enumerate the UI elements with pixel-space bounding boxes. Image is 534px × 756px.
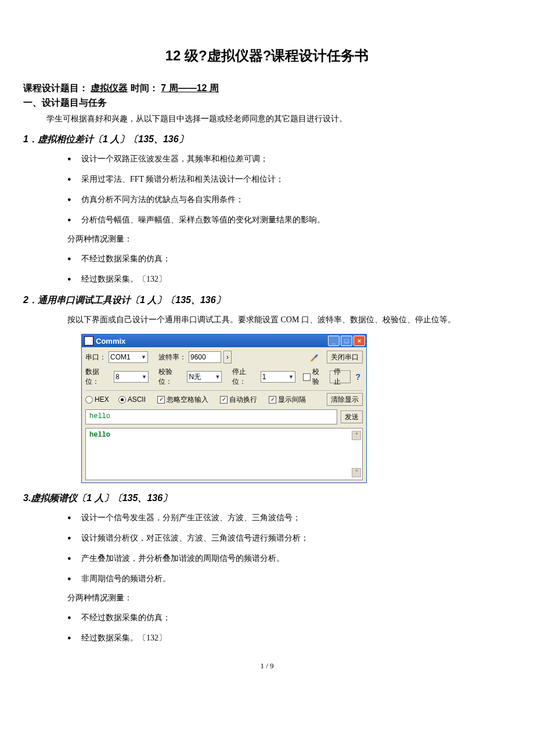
list-item: 设计一个双路正弦波发生器，其频率和相位差可调； [81, 153, 511, 165]
maximize-button[interactable]: □ [341, 336, 352, 346]
topic3-subtext: 分两种情况测量： [67, 593, 511, 603]
hex-label: HEX [95, 395, 109, 404]
databits-select[interactable]: 8 [114, 371, 149, 383]
list-item: 经过数据采集。〔132〕 [81, 632, 511, 644]
baud-label: 波特率： [158, 352, 186, 362]
ignore-space-checkbox[interactable]: ✓忽略空格输入 [157, 395, 208, 405]
list-item: 设计一个信号发生器，分别产生正弦波、方波、三角波信号； [81, 512, 511, 524]
list-item: 不经过数据采集的仿真； [81, 253, 511, 265]
help-icon[interactable]: ? [353, 372, 363, 381]
app-icon [84, 336, 93, 345]
baud-next-button[interactable]: › [223, 351, 232, 363]
topic3-bullets: 设计一个信号发生器，分别产生正弦波、方波、三角波信号； 设计频谱分析仪，对正弦波… [81, 512, 511, 585]
auto-wrap-label: 自动换行 [229, 395, 257, 405]
document-title: 12 级?虚拟仪器?课程设计任务书 [23, 46, 511, 65]
list-item: 设计频谱分析仪，对正弦波、方波、三角波信号进行频谱分析； [81, 532, 511, 544]
baud-input[interactable]: 9600 [189, 351, 221, 363]
ignore-space-label: 忽略空格输入 [167, 395, 208, 405]
list-item: 采用过零法、FFT 频谱分析法和相关法设计一个相位计； [81, 173, 511, 185]
port-select[interactable]: COM1 [109, 351, 148, 363]
meta-line: 课程设计题目： 虚拟仪器 时间： 7 周——12 周 [23, 82, 511, 95]
topic3-bullets2: 不经过数据采集的仿真； 经过数据采集。〔132〕 [81, 611, 511, 644]
document-page: 12 级?虚拟仪器?课程设计任务书 课程设计题目： 虚拟仪器 时间： 7 周——… [0, 0, 534, 694]
meta-time-label: 时间： [131, 83, 158, 93]
auto-wrap-checkbox[interactable]: ✓自动换行 [220, 395, 257, 405]
parity-select[interactable]: N无 [187, 371, 222, 383]
send-input[interactable]: hello [85, 409, 337, 424]
scroll-down-icon[interactable]: ˅ [352, 468, 361, 477]
window-title: Commix [96, 337, 125, 345]
list-item: 分析信号幅值、噪声幅值、采样点数等值的变化对测量结果的影响。 [81, 214, 511, 226]
port-label: 串口： [85, 352, 106, 362]
show-gap-checkbox[interactable]: ✓显示间隔 [269, 395, 306, 405]
topic1-heading: 1．虚拟相位差计〔1 人〕〔135、136〕 [23, 134, 511, 146]
send-button[interactable]: 发送 [341, 411, 363, 423]
hex-radio[interactable]: HEX [85, 395, 109, 404]
list-item: 不经过数据采集的仿真； [81, 611, 511, 624]
brush-icon[interactable] [309, 352, 319, 362]
topic1-subtext: 分两种情况测量： [67, 234, 511, 244]
titlebar[interactable]: Commix _ □ × [82, 334, 366, 347]
clear-button[interactable]: 清除显示 [327, 393, 363, 406]
output-textarea[interactable]: hello ˄ ˅ [85, 428, 363, 480]
list-item: 产生叠加谐波，并分析叠加谐波的周期信号的频谱分析。 [81, 552, 511, 564]
intro-text: 学生可根据喜好和兴趣，从以下题目中选择一题或经老师同意的其它题目进行设计。 [46, 114, 511, 124]
stopbits-select[interactable]: 1 [261, 371, 295, 383]
embedded-screenshot: Commix _ □ × 串口： COM1 波特率： 9600 › [81, 334, 511, 483]
list-item: 非周期信号的频谱分析。 [81, 573, 511, 585]
meta-topic-value: 虚拟仪器 [91, 83, 128, 93]
stopbits-label: 停止位： [232, 367, 258, 387]
separator [85, 390, 363, 391]
section-heading: 一、设计题目与任务 [23, 97, 511, 109]
ascii-radio[interactable]: ASCII [118, 395, 146, 404]
parity-label: 校验位： [158, 367, 185, 387]
close-button[interactable]: × [353, 336, 365, 346]
databits-label: 数据位： [85, 367, 111, 387]
check-checkbox[interactable]: 校验 [303, 367, 325, 387]
meta-time-value: 7 周——12 周 [161, 83, 219, 93]
commix-window: Commix _ □ × 串口： COM1 波特率： 9600 › [81, 334, 367, 483]
show-gap-label: 显示间隔 [278, 395, 306, 405]
list-item: 经过数据采集。〔132〕 [81, 273, 511, 285]
page-footer: 1 / 9 [23, 661, 511, 671]
scroll-up-icon[interactable]: ˄ [352, 431, 361, 440]
topic1-bullets2: 不经过数据采集的仿真； 经过数据采集。〔132〕 [81, 253, 511, 285]
topic1-bullets: 设计一个双路正弦波发生器，其频率和相位差可调； 采用过零法、FFT 频谱分析法和… [81, 153, 511, 226]
minimize-button[interactable]: _ [328, 336, 340, 346]
topic2-heading: 2．通用串口调试工具设计〔1 人〕〔135、136〕 [23, 294, 511, 307]
list-item: 仿真分析不同方法的优缺点与各自实用条件； [81, 193, 511, 206]
close-port-button[interactable]: 关闭串口 [327, 351, 363, 363]
topic2-desc: 按以下界面或自己设计一个通用串口调试工具。要求能设置 COM 口、波特率、数据位… [67, 314, 511, 326]
output-text: hello [89, 431, 110, 439]
stop-button[interactable]: 停止 [330, 370, 351, 383]
ascii-label: ASCII [128, 395, 146, 404]
topic3-heading: 3.虚拟频谱仪〔1 人〕〔135、136〕 [23, 492, 511, 505]
meta-topic-label: 课程设计题目： [23, 83, 88, 93]
check-label: 校验 [312, 367, 325, 387]
